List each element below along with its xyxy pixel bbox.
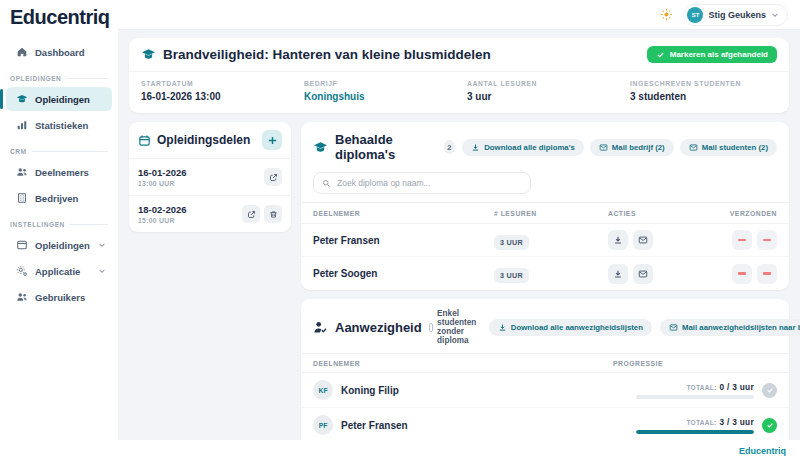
diploma-row: Peter Soogen 3 UUR [301,257,789,290]
gears-icon [16,265,28,277]
main-content: Brandveiligheid: Hanteren van kleine blu… [118,30,800,440]
diplomas-card: Behaalde diploma's 2 Download alle diplo… [301,122,789,290]
minus-icon [763,239,771,242]
progress-bar [636,430,754,434]
bar-chart-icon [16,119,28,131]
graduation-cap-icon [141,47,156,62]
opleidingsdelen-card: Opleidingsdelen 16-01-2026 13:00 UUR [129,122,291,232]
progress-block: TOTAAL:0 / 3 uur [636,382,754,399]
progress-total: TOTAAL:3 / 3 uur [686,417,754,427]
part-date: 18-02-2026 [138,204,187,215]
open-part-button[interactable] [264,168,282,186]
attendance-row: KF Koning Filip TOTAAL:0 / 3 uur [301,373,789,408]
delete-part-button[interactable] [264,205,282,223]
graduation-cap-icon [313,140,328,155]
meta-bedrijf: BEDRIJF Koningshuis [304,80,467,102]
download-icon [471,143,480,152]
meta-lesuren: AANTAL LESUREN 3 uur [467,80,630,102]
mark-complete-label: Markeren als afgehandeld [670,50,768,59]
button-label: Mail aanwezigheidslijsten naar bedrijf [682,323,800,332]
col-acties: ACTIES [608,210,682,217]
sidebar-item-label: Opleidingen [35,94,90,105]
sidebar-item-label: Dashboard [35,47,85,58]
footer-brand-link[interactable]: Educentriq [739,446,786,456]
sidebar-item-deelnemers[interactable]: Deelnemers [6,160,112,184]
part-date-block: 16-01-2026 13:00 UUR [138,167,187,187]
external-link-icon [269,173,278,182]
status-complete-icon [762,418,777,433]
course-header-card: Brandveiligheid: Hanteren van kleine blu… [129,38,789,113]
meta-value: 3 studenten [630,91,777,102]
lessons-badge: 3 UUR [494,235,529,250]
app: Educentriq Dashboard OPLEIDINGEN Opleidi… [0,0,800,462]
not-sent-student-badge [757,230,777,250]
diploma-search-input[interactable] [337,178,522,188]
building-icon [16,192,28,204]
check-icon [656,50,665,59]
meta-value: 16-01-2026 13:00 [141,91,304,102]
download-icon [498,323,507,332]
diplomas-count-badge: 2 [444,140,456,154]
mail-students-button[interactable]: Mail studenten (2) [680,139,777,156]
sidebar-item-opleidingen-instellingen[interactable]: Opleidingen [6,233,112,257]
company-link[interactable]: Koningshuis [304,91,467,102]
theme-sun-icon[interactable] [660,8,673,21]
part-date: 16-01-2026 [138,167,187,178]
participant-name: Peter Fransen [313,235,494,246]
not-sent-company-badge [732,230,752,250]
sidebar-item-bedrijven[interactable]: Bedrijven [6,186,112,210]
button-label: Download alle aanwezigheidslijsten [511,323,643,332]
mark-complete-button[interactable]: Markeren als afgehandeld [647,46,777,63]
meta-label: AANTAL LESUREN [467,80,630,87]
diplomas-header: Behaalde diploma's 2 Download alle diplo… [301,122,789,168]
participant-avatar: PF [313,415,333,435]
add-opleidingsdeel-button[interactable] [262,130,282,150]
progress-bar [636,395,754,399]
meta-studenten: INGESCHREVEN STUDENTEN 3 studenten [630,80,777,102]
sidebar-item-statistieken[interactable]: Statistieken [6,113,112,137]
mail-company-button[interactable]: Mail bedrijf (2) [590,139,674,156]
users-icon [16,291,28,303]
meta-value: 3 uur [467,91,630,102]
sidebar-item-label: Applicatie [35,266,80,277]
download-diploma-button[interactable] [608,264,628,284]
sidebar-nav: Dashboard OPLEIDINGEN Opleidingen Statis… [0,39,118,310]
filter-no-diploma-checkbox[interactable] [429,323,433,332]
part-date-block: 18-02-2026 15:00 UUR [138,204,187,224]
mail-diploma-button[interactable] [633,230,653,250]
open-part-button[interactable] [242,205,260,223]
download-attendance-button[interactable]: Download alle aanwezigheidslijsten [489,319,652,336]
meta-label: INGESCHREVEN STUDENTEN [630,80,777,87]
page-footer: Educentriq [118,440,800,462]
part-time: 15:00 UUR [138,217,187,224]
sidebar-item-dashboard[interactable]: Dashboard [6,40,112,64]
sidebar-section-crm: CRM [10,148,108,155]
mail-diploma-button[interactable] [633,264,653,284]
mail-attendance-button[interactable]: Mail aanwezigheidslijsten naar bedrijf [660,319,800,336]
download-all-diplomas-button[interactable]: Download alle diploma's [462,139,584,156]
sidebar-item-gebruikers[interactable]: Gebruikers [6,285,112,309]
minus-icon [738,239,746,242]
download-diploma-button[interactable] [608,230,628,250]
topbar: ST Stig Geukens [118,0,800,30]
lessons-badge: 3 UUR [494,268,529,283]
page-title: Brandveiligheid: Hanteren van kleine blu… [163,47,491,62]
mail-icon [638,235,648,245]
chevron-down-icon [98,241,106,249]
sidebar-item-opleidingen[interactable]: Opleidingen [6,87,112,111]
sidebar-item-applicatie[interactable]: Applicatie [6,259,112,283]
filter-no-diploma[interactable]: Enkel studenten zonder diploma [429,309,481,345]
download-icon [613,269,623,279]
brand-logo: Educentriq [0,0,118,39]
plus-icon [268,136,277,145]
button-label: Download alle diploma's [484,143,575,152]
user-menu[interactable]: ST Stig Geukens [683,4,788,26]
sidebar-item-label: Opleidingen [35,240,90,251]
opleidingsdeel-row: 16-01-2026 13:00 UUR [129,158,291,195]
participant-name: Peter Soogen [313,268,494,279]
attendance-row: PF Peter Fransen TOTAAL:3 / 3 uur [301,408,789,440]
course-meta-row: STARTDATUM 16-01-2026 13:00 BEDRIJF Koni… [129,71,789,113]
part-time: 13:00 UUR [138,180,187,187]
graduation-cap-icon [16,93,28,105]
filter-label: Enkel studenten zonder diploma [437,309,481,345]
